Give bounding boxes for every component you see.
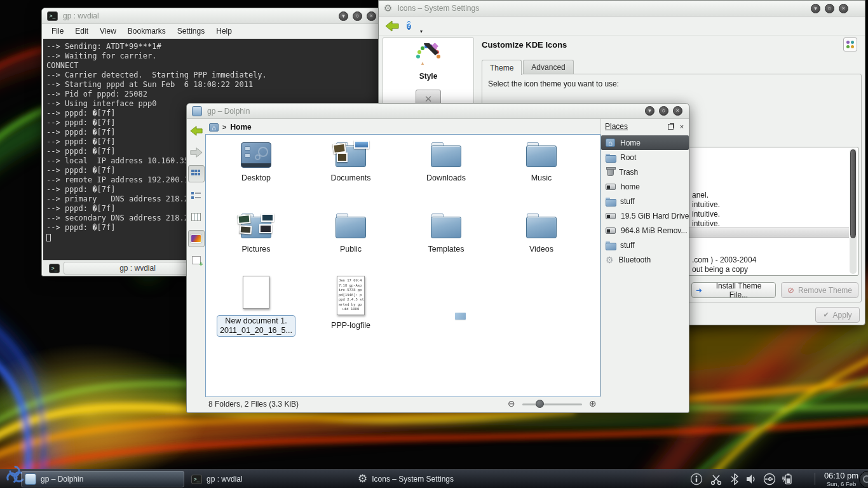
device-notifier-tray-icon[interactable] xyxy=(762,473,777,488)
task-system-settings[interactable]: ⚙ Icons – System Settings xyxy=(354,471,517,487)
tab-advanced[interactable]: Advanced xyxy=(523,60,573,74)
zoom-out-icon[interactable]: ⊖ xyxy=(508,398,515,409)
notifications-tray-icon[interactable] xyxy=(690,473,703,488)
terminal-line: --> Pid of pppd: 25082 xyxy=(46,90,381,99)
page-title: Customize KDE Icons xyxy=(482,40,567,50)
close-panel-icon[interactable]: × xyxy=(677,123,686,130)
apply-button[interactable]: ✔ Apply xyxy=(815,307,860,323)
maximize-button[interactable]: ○ xyxy=(659,106,668,116)
close-button[interactable]: × xyxy=(839,4,848,13)
sidebar-item-style[interactable]: Style xyxy=(383,38,473,81)
remove-icon: ⊘ xyxy=(787,285,794,295)
clock[interactable]: 06:10 pm Sun, 6 Feb xyxy=(817,471,865,487)
folder-view[interactable]: Desktop Documents Downloads Music xyxy=(205,134,600,397)
place-root[interactable]: Root xyxy=(601,150,690,165)
battery-tray-icon[interactable] xyxy=(780,473,794,488)
folder-item-documents[interactable]: Documents xyxy=(313,142,389,183)
place-trash[interactable]: Trash xyxy=(601,165,690,179)
file-item-ppp-logfile[interactable]: Jan 17 09:4 7:18 gp-Asp ire-5738 pp pd[1… xyxy=(313,276,389,330)
close-button[interactable]: × xyxy=(367,11,376,21)
folder-item-music[interactable]: Music xyxy=(503,142,580,183)
place-removable-drive[interactable]: 964.8 MiB Remov... xyxy=(601,223,690,238)
terminal-titlebar[interactable]: >_ gp : wvdial ▾ ○ × xyxy=(42,8,383,24)
menu-bookmarks[interactable]: Bookmarks xyxy=(122,25,172,39)
menu-file[interactable]: File xyxy=(46,25,69,39)
float-panel-icon[interactable] xyxy=(668,124,674,130)
volume-tray-icon[interactable] xyxy=(745,473,757,488)
columns-view-button[interactable] xyxy=(188,208,205,226)
scrollbar-thumb[interactable] xyxy=(850,149,856,238)
details-view-button[interactable] xyxy=(188,187,205,204)
details-view-icon xyxy=(191,191,201,200)
breadcrumb-caret-icon: > xyxy=(222,123,226,131)
icon-view-toggle-button[interactable] xyxy=(843,37,857,51)
preview-button[interactable] xyxy=(188,230,205,247)
task-dolphin[interactable]: gp – Dolphin xyxy=(21,471,184,487)
dot-icon xyxy=(846,45,850,48)
folder-icon xyxy=(431,142,461,168)
menu-settings[interactable]: Settings xyxy=(172,25,210,39)
forward-arrow-icon xyxy=(189,146,204,159)
bluetooth-icon xyxy=(729,473,740,485)
icons-view-button[interactable] xyxy=(188,165,205,182)
theme-list-text: anel. xyxy=(692,191,709,200)
clock-date: Sun, 6 Feb xyxy=(817,480,865,487)
breadcrumb-home[interactable]: Home xyxy=(230,123,251,132)
bluetooth-tray-icon[interactable] xyxy=(729,473,740,488)
settings-titlebar[interactable]: ⚙ Icons – System Settings ▾ ○ × xyxy=(379,1,865,17)
zoom-slider-handle[interactable] xyxy=(536,400,544,408)
maximize-button[interactable]: ○ xyxy=(825,4,834,13)
zoom-in-icon[interactable]: ⊕ xyxy=(589,398,597,409)
install-theme-label: Install Theme File... xyxy=(706,281,771,299)
klipper-tray-icon[interactable] xyxy=(710,473,722,488)
file-label-selected: New document 1. 2011_01_20_16_5... xyxy=(217,315,295,337)
maximize-button[interactable]: ○ xyxy=(353,11,362,21)
minimize-button[interactable]: ▾ xyxy=(811,4,820,13)
documents-folder-icon xyxy=(336,142,366,168)
task-wvdial[interactable]: >_ gp : wvdial xyxy=(187,471,351,487)
folder-icon xyxy=(606,241,615,249)
minimize-button[interactable]: ▾ xyxy=(645,106,654,116)
drag-ghost-thumbnail xyxy=(455,313,466,320)
split-view-button[interactable]: + xyxy=(188,252,205,269)
back-button[interactable] xyxy=(188,122,205,139)
dot-icon xyxy=(851,45,854,48)
folder-item-templates[interactable]: Templates xyxy=(408,214,484,254)
menu-edit[interactable]: Edit xyxy=(69,25,94,39)
home-icon[interactable]: ⌂ xyxy=(209,123,219,132)
close-button[interactable]: × xyxy=(673,106,682,116)
theme-description-text: out being a copy xyxy=(692,265,748,274)
place-home-partition[interactable]: home xyxy=(601,179,690,194)
place-stuff[interactable]: stuff xyxy=(601,194,690,208)
folder-item-downloads[interactable]: Downloads xyxy=(408,142,484,183)
terminal-line: CONNECT xyxy=(46,61,381,71)
new-tab-button[interactable]: >_ xyxy=(49,264,60,273)
install-theme-button[interactable]: ➜ Install Theme File... xyxy=(691,282,776,298)
folder-item-videos[interactable]: Videos xyxy=(503,214,580,254)
place-home[interactable]: ⌂ Home xyxy=(601,135,689,150)
folder-icon xyxy=(526,142,557,168)
help-icon: ? xyxy=(407,21,411,30)
forward-button[interactable] xyxy=(188,144,205,161)
zoom-slider-track[interactable] xyxy=(522,403,582,405)
minimize-button[interactable]: ▾ xyxy=(339,11,348,21)
dolphin-titlebar[interactable]: gp – Dolphin ▾ ○ × xyxy=(187,104,689,119)
remove-theme-button[interactable]: ⊘ Remove Theme xyxy=(781,282,858,298)
back-arrow-icon xyxy=(384,19,400,33)
back-button[interactable] xyxy=(384,19,400,33)
place-bluetooth[interactable]: ⚙ Bluetooth xyxy=(601,252,690,267)
place-stuff-2[interactable]: stuff xyxy=(601,238,690,252)
folder-item-desktop[interactable]: Desktop xyxy=(218,142,294,183)
menu-help[interactable]: Help xyxy=(210,25,238,39)
help-button[interactable]: ? ▾ xyxy=(407,19,421,33)
text-file-preview-icon: Jan 17 09:4 7:18 gp-Asp ire-5738 pp pd[1… xyxy=(337,276,365,315)
theme-list-text: intuitive. xyxy=(692,219,720,228)
scrollbar[interactable] xyxy=(850,149,857,274)
place-hard-drive[interactable]: 19.5 GiB Hard Drive xyxy=(601,208,690,223)
folder-icon xyxy=(336,214,366,239)
folder-item-pictures[interactable]: Pictures xyxy=(218,214,294,254)
file-item-new-document[interactable]: New document 1. 2011_01_20_16_5... xyxy=(218,276,294,337)
folder-item-public[interactable]: Public xyxy=(313,214,389,254)
menu-view[interactable]: View xyxy=(94,25,122,39)
tab-theme[interactable]: Theme xyxy=(482,60,522,75)
